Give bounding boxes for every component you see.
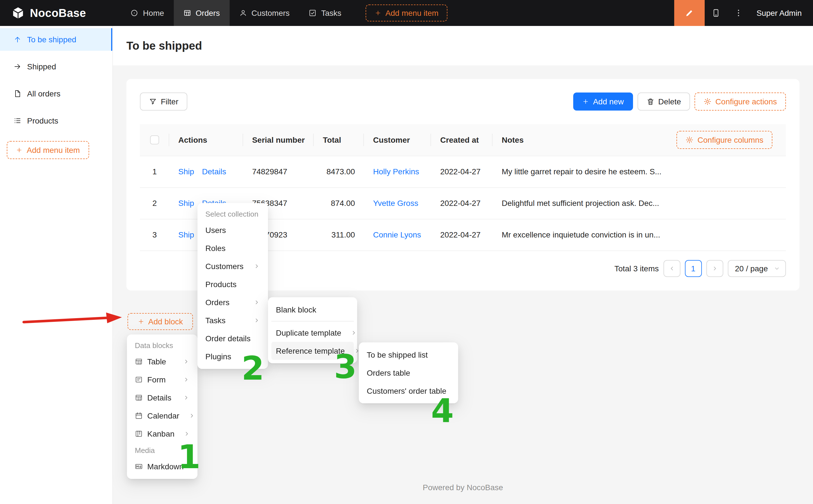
row-index-cell: 1 bbox=[140, 156, 169, 187]
nav-item-tasks[interactable]: Tasks bbox=[299, 0, 351, 26]
row-index-cell: 2 bbox=[140, 187, 169, 219]
customer-cell: Holly Perkins bbox=[364, 156, 431, 187]
customer-cell: Yvette Gross bbox=[364, 187, 431, 219]
nav-item-label: Tasks bbox=[321, 8, 342, 17]
table-row: 1 ShipDetails 74829847 8473.00 Holly Per… bbox=[140, 156, 786, 187]
logo-text: NocoBase bbox=[30, 6, 86, 19]
created-at-cell: 2022-04-27 bbox=[431, 219, 493, 250]
menu-item-duplicate-template[interactable]: Duplicate template bbox=[271, 324, 354, 342]
menu-item-form[interactable]: Form bbox=[130, 371, 194, 389]
sidebar-item-shipped[interactable]: Shipped bbox=[0, 55, 112, 78]
nav-item-label: Customers bbox=[251, 8, 289, 17]
step-annotation-4: 4 bbox=[431, 394, 454, 427]
pagination-next-button[interactable] bbox=[706, 260, 723, 277]
menu-item-roles[interactable]: Roles bbox=[201, 239, 265, 257]
sidebar: To be shipped Shipped All orders Product… bbox=[0, 26, 113, 504]
chevron-right-icon bbox=[711, 265, 718, 272]
plus-icon bbox=[16, 147, 23, 153]
pagination-prev-button[interactable] bbox=[663, 260, 680, 277]
gear-icon bbox=[704, 98, 711, 105]
plus-icon bbox=[582, 98, 589, 105]
nav-item-orders[interactable]: Orders bbox=[174, 0, 230, 26]
add-block-button[interactable]: Add block bbox=[128, 313, 193, 330]
nocobase-logo[interactable]: NocoBase bbox=[0, 6, 97, 20]
created-at-cell: 2022-04-27 bbox=[431, 156, 493, 187]
ui-editor-highlighter-icon bbox=[684, 8, 695, 18]
pagination-total: Total 3 items bbox=[614, 264, 659, 273]
menu-item-customers[interactable]: Customers bbox=[201, 257, 265, 275]
customer-link[interactable]: Yvette Gross bbox=[373, 199, 418, 208]
details-icon bbox=[135, 394, 143, 402]
menu-item-tasks[interactable]: Tasks bbox=[201, 311, 265, 329]
navbar-right: Super Admin bbox=[674, 0, 813, 26]
menu-item-table[interactable]: Table bbox=[130, 353, 194, 371]
nav-item-home[interactable]: Home bbox=[121, 0, 174, 26]
ui-editor-button[interactable] bbox=[674, 0, 705, 26]
menu-item-calendar[interactable]: Calendar bbox=[130, 407, 194, 425]
configure-columns-button[interactable]: Configure columns bbox=[677, 131, 772, 149]
menu-item-users[interactable]: Users bbox=[201, 221, 265, 239]
customer-link[interactable]: Connie Lyons bbox=[373, 230, 421, 239]
select-all-header bbox=[140, 124, 169, 156]
pagination-page-1[interactable]: 1 bbox=[685, 260, 702, 277]
step-annotation-3: 3 bbox=[334, 350, 357, 383]
toolbar-actions: Add new Delete Configure actions bbox=[573, 93, 786, 111]
arrow-up-icon bbox=[14, 36, 21, 43]
file-icon bbox=[14, 90, 21, 98]
add-new-button[interactable]: Add new bbox=[573, 93, 633, 111]
menu-divider bbox=[271, 321, 354, 322]
plus-icon bbox=[138, 318, 144, 325]
chevron-right-icon bbox=[184, 430, 190, 437]
page-size-select[interactable]: 20 / page bbox=[728, 260, 786, 277]
markdown-icon bbox=[135, 463, 143, 470]
menu-item-details[interactable]: Details bbox=[130, 389, 194, 407]
more-menu-button[interactable] bbox=[727, 0, 750, 26]
step-annotation-1: 1 bbox=[178, 441, 201, 473]
home-icon bbox=[131, 9, 139, 17]
details-link[interactable]: Details bbox=[202, 167, 226, 176]
sidebar-item-to-be-shipped[interactable]: To be shipped bbox=[0, 28, 112, 51]
step-annotation-2: 2 bbox=[241, 352, 264, 385]
api-doc-button[interactable] bbox=[705, 0, 727, 26]
column-header-total: Total bbox=[314, 124, 364, 156]
total-cell: 874.00 bbox=[314, 187, 364, 219]
customer-link[interactable]: Holly Perkins bbox=[373, 167, 419, 176]
sidebar-item-all-orders[interactable]: All orders bbox=[0, 82, 112, 105]
menu-item-products[interactable]: Products bbox=[201, 275, 265, 293]
kanban-icon bbox=[135, 430, 143, 438]
chevron-right-icon bbox=[183, 394, 190, 401]
menu-item-orders[interactable]: Orders bbox=[201, 293, 265, 311]
menu-item-to-be-shipped-list[interactable]: To be shipped list bbox=[362, 346, 455, 364]
row-index-cell: 3 bbox=[140, 219, 169, 250]
ship-link[interactable]: Ship bbox=[178, 230, 194, 239]
actions-cell: ShipDetails bbox=[169, 156, 243, 187]
menu-item-blank-block[interactable]: Blank block bbox=[271, 301, 354, 319]
arrow-right-icon bbox=[14, 63, 21, 71]
nav-item-customers[interactable]: Customers bbox=[229, 0, 299, 26]
gear-icon bbox=[686, 136, 694, 144]
customer-cell: Connie Lyons bbox=[364, 219, 431, 250]
filter-icon bbox=[149, 98, 157, 105]
menu-item-orders-table[interactable]: Orders table bbox=[362, 364, 455, 382]
nocobase-cube-icon bbox=[11, 6, 25, 20]
menu-item-order-details[interactable]: Order details bbox=[201, 329, 265, 347]
chevron-right-icon bbox=[188, 412, 195, 419]
delete-button[interactable]: Delete bbox=[637, 93, 690, 111]
configure-actions-button[interactable]: Configure actions bbox=[695, 93, 786, 111]
chevron-right-icon bbox=[253, 299, 260, 306]
filter-button[interactable]: Filter bbox=[140, 93, 187, 111]
sidebar-add-menu-item-button[interactable]: Add menu item bbox=[7, 141, 89, 159]
nav-add-menu-item-button[interactable]: Add menu item bbox=[366, 5, 447, 21]
chevron-right-icon bbox=[253, 263, 260, 270]
user-menu[interactable]: Super Admin bbox=[750, 8, 813, 17]
select-all-checkbox[interactable] bbox=[150, 136, 159, 145]
ship-link[interactable]: Ship bbox=[178, 167, 194, 176]
nav-item-label: Home bbox=[143, 8, 164, 17]
column-header-customer: Customer bbox=[364, 124, 431, 156]
table-icon bbox=[135, 358, 143, 366]
sidebar-item-products[interactable]: Products bbox=[0, 109, 112, 132]
table-toolbar: Filter Add new Delete Configure actions bbox=[140, 93, 786, 111]
chevron-left-icon bbox=[668, 265, 675, 272]
ship-link[interactable]: Ship bbox=[178, 199, 194, 208]
menu-group-title: Data blocks bbox=[130, 338, 194, 353]
